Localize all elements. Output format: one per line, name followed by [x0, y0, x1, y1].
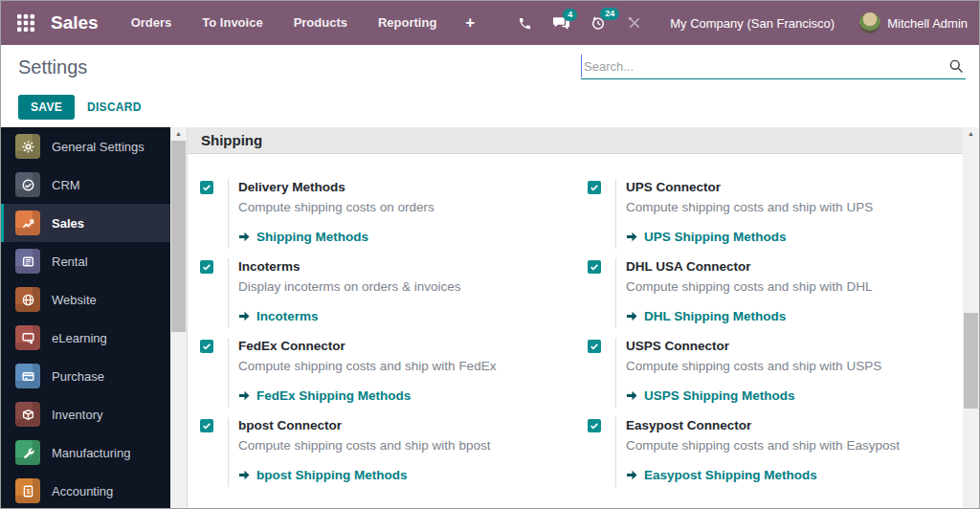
messages-badge: 4: [563, 9, 577, 21]
section-header: Shipping: [188, 127, 963, 154]
setting-description: Display incoterms on orders & invoices: [238, 277, 461, 296]
search-box: [581, 55, 966, 79]
presentation-icon: [15, 325, 40, 350]
setting-title: bpost Connector: [238, 417, 490, 434]
search-input[interactable]: [581, 55, 966, 77]
sidebar-item-manufacturing[interactable]: Manufacturing: [1, 433, 170, 472]
top-navbar: Sales Orders To Invoice Products Reporti…: [1, 1, 979, 45]
sidebar-item-inventory[interactable]: Inventory: [1, 395, 170, 433]
sidebar-item-label: Accounting: [52, 484, 113, 498]
phone-icon[interactable]: [518, 16, 532, 31]
messages-icon[interactable]: 4: [553, 16, 569, 31]
setting-description: Compute shipping costs and ship with Eas…: [626, 436, 900, 454]
settings-sidebar: General Settings CRM Sales Rental: [1, 127, 170, 508]
company-switcher[interactable]: My Company (San Francisco): [670, 16, 835, 31]
checkbox-checked[interactable]: [588, 419, 601, 432]
usps-shipping-methods-link[interactable]: USPS Shipping Methods: [626, 388, 881, 403]
sidebar-scrollbar[interactable]: ▲: [170, 127, 187, 508]
menu-products[interactable]: Products: [278, 1, 363, 45]
easypost-shipping-methods-link[interactable]: Easypost Shipping Methods: [626, 468, 900, 482]
globe-icon: [15, 287, 40, 312]
menu-reporting[interactable]: Reporting: [363, 1, 452, 45]
scrollbar-thumb[interactable]: [171, 141, 186, 332]
arrow-right-icon: [238, 231, 251, 243]
plus-menu-icon[interactable]: +: [452, 13, 488, 33]
main-scrollbar[interactable]: ▲: [963, 127, 979, 508]
checkbox-checked[interactable]: [200, 181, 213, 194]
ledger-icon: [15, 249, 40, 274]
setting-description: Compute shipping costs and ship with bpo…: [238, 436, 490, 454]
setting-ups-connector: UPS Connector Compute shipping costs and…: [575, 179, 963, 249]
avatar: [859, 12, 880, 33]
checkbox-checked[interactable]: [200, 419, 213, 432]
checkbox-checked[interactable]: [200, 340, 213, 353]
settings-content: General Settings CRM Sales Rental: [1, 127, 979, 508]
sidebar-item-purchase[interactable]: Purchase: [1, 357, 170, 395]
setting-usps-connector: USPS Connector Compute shipping costs an…: [575, 338, 963, 408]
sidebar-item-rental[interactable]: Rental: [1, 242, 170, 280]
handshake-icon: [15, 172, 40, 197]
setting-description: Compute shipping costs and ship with USP…: [626, 357, 881, 375]
checkbox-checked[interactable]: [588, 340, 601, 353]
setting-bpost-connector: bpost Connector Compute shipping costs a…: [188, 417, 575, 487]
scroll-up-arrow[interactable]: ▲: [963, 127, 979, 141]
sidebar-item-crm[interactable]: CRM: [1, 166, 170, 204]
scroll-up-arrow[interactable]: ▲: [170, 127, 187, 141]
menu-orders[interactable]: Orders: [116, 1, 188, 45]
setting-title: Easypost Connector: [626, 417, 900, 434]
checkbox-checked[interactable]: [588, 260, 601, 274]
user-menu[interactable]: Mitchell Admin: [859, 12, 968, 33]
setting-title: Incoterms: [238, 258, 461, 276]
sidebar-item-label: eLearning: [52, 331, 107, 345]
sidebar-item-accounting[interactable]: $ Accounting: [1, 472, 170, 508]
arrow-right-icon: [238, 310, 251, 322]
search-icon[interactable]: [948, 58, 964, 74]
sidebar-item-label: Sales: [52, 216, 84, 231]
sidebar-item-label: CRM: [52, 178, 80, 192]
setting-easypost-connector: Easypost Connector Compute shipping cost…: [575, 417, 963, 487]
setting-description: Compute shipping costs and ship with DHL: [626, 277, 872, 296]
incoterms-link[interactable]: Incoterms: [238, 309, 461, 323]
setting-title: DHL USA Connector: [626, 258, 872, 276]
sidebar-item-label: Website: [52, 293, 97, 307]
save-button[interactable]: SAVE: [18, 95, 75, 120]
bpost-shipping-methods-link[interactable]: bpost Shipping Methods: [238, 468, 490, 482]
arrow-right-icon: [238, 389, 251, 402]
dhl-shipping-methods-link[interactable]: DHL Shipping Methods: [626, 309, 872, 323]
sidebar-item-label: Rental: [52, 254, 88, 269]
setting-fedex-connector: FedEx Connector Compute shipping costs a…: [188, 338, 575, 408]
debug-tools-icon[interactable]: [627, 15, 642, 31]
sidebar-item-label: Purchase: [52, 369, 104, 384]
section-title: Shipping: [201, 132, 262, 148]
chart-icon: [15, 210, 40, 235]
sidebar-item-label: Manufacturing: [52, 446, 130, 460]
setting-title: Delivery Methods: [238, 179, 434, 196]
shipping-methods-link[interactable]: Shipping Methods: [238, 230, 434, 244]
arrow-right-icon: [238, 469, 251, 481]
arrow-right-icon: [626, 310, 638, 322]
credit-card-icon: [15, 364, 40, 388]
setting-title: FedEx Connector: [238, 338, 496, 355]
arrow-right-icon: [626, 389, 638, 402]
activities-badge: 24: [600, 8, 619, 20]
setting-delivery-methods: Delivery Methods Compute shipping costs …: [188, 179, 575, 249]
checkbox-checked[interactable]: [588, 181, 601, 194]
scrollbar-thumb[interactable]: [964, 313, 978, 409]
app-name[interactable]: Sales: [51, 12, 99, 33]
sidebar-item-website[interactable]: Website: [1, 280, 170, 319]
fedex-shipping-methods-link[interactable]: FedEx Shipping Methods: [238, 388, 496, 403]
ups-shipping-methods-link[interactable]: UPS Shipping Methods: [626, 230, 873, 244]
sidebar-item-general-settings[interactable]: General Settings: [1, 127, 170, 166]
sidebar-item-elearning[interactable]: eLearning: [1, 319, 170, 357]
user-name: Mitchell Admin: [887, 16, 968, 31]
discard-button[interactable]: DISCARD: [79, 95, 149, 120]
activities-clock-icon[interactable]: 24: [590, 15, 606, 31]
page-title: Settings: [18, 56, 87, 78]
apps-grid-icon[interactable]: [14, 11, 37, 34]
menu-to-invoice[interactable]: To Invoice: [187, 1, 278, 45]
arrow-right-icon: [626, 231, 638, 243]
control-panel: Settings SAVE DISCARD: [1, 45, 979, 127]
sidebar-item-sales[interactable]: Sales: [1, 204, 170, 242]
checkbox-checked[interactable]: [200, 260, 213, 274]
invoice-icon: $: [15, 478, 40, 503]
